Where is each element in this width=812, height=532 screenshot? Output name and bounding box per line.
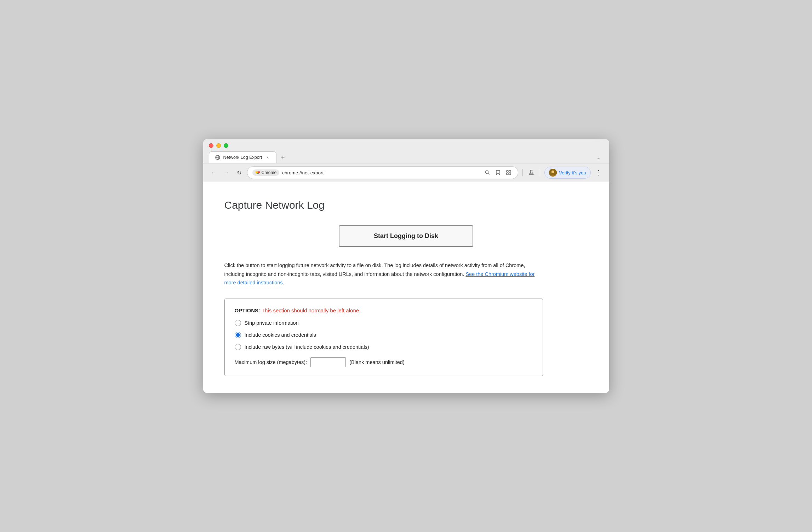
chrome-badge: Chrome: [252, 169, 280, 176]
options-label: OPTIONS:: [235, 307, 261, 313]
extension-icon[interactable]: [504, 168, 513, 177]
svg-point-12: [530, 173, 531, 174]
radio-cookies-input[interactable]: [235, 332, 241, 338]
tabs-row: Network Log Export × + ⌄: [209, 151, 604, 163]
page-content: Capture Network Log Start Logging to Dis…: [203, 182, 609, 393]
radio-strip-label: Strip private information: [245, 320, 299, 326]
tab-expand-button[interactable]: ⌄: [594, 152, 604, 162]
svg-rect-10: [509, 173, 511, 175]
radio-cookies[interactable]: Include cookies and credentials: [235, 332, 533, 338]
options-box: OPTIONS: This section should normally be…: [224, 299, 543, 376]
address-bar-row: ← → ↻ Chrome chrome://net-export: [203, 163, 609, 182]
tab-favicon: [215, 155, 221, 160]
close-button[interactable]: [209, 143, 213, 148]
address-divider: [522, 169, 523, 176]
svg-point-13: [531, 173, 532, 174]
radio-group: Strip private information Include cookie…: [235, 320, 533, 350]
browser-window: Network Log Export × + ⌄ ← → ↻ Chrome c: [203, 139, 609, 393]
svg-rect-8: [509, 170, 511, 172]
page-title: Capture Network Log: [224, 199, 588, 211]
active-tab[interactable]: Network Log Export ×: [209, 151, 277, 163]
new-tab-button[interactable]: +: [278, 152, 288, 162]
minimize-button[interactable]: [216, 143, 221, 148]
user-avatar: [549, 169, 557, 177]
radio-rawbytes-label: Include raw bytes (will include cookies …: [245, 344, 369, 350]
max-log-hint: (Blank means unlimited): [349, 359, 405, 365]
verify-button[interactable]: Verify it's you: [544, 167, 590, 179]
tab-close-button[interactable]: ×: [265, 155, 270, 160]
lab-icon[interactable]: [527, 168, 536, 177]
menu-button[interactable]: ⋮: [594, 168, 604, 178]
description-end: .: [283, 280, 284, 285]
radio-strip-input[interactable]: [235, 320, 241, 326]
title-bar: Network Log Export × + ⌄: [203, 139, 609, 163]
svg-rect-7: [507, 170, 508, 172]
radio-rawbytes[interactable]: Include raw bytes (will include cookies …: [235, 344, 533, 350]
tab-title: Network Log Export: [223, 155, 262, 160]
address-field[interactable]: Chrome chrome://net-export: [247, 166, 519, 179]
radio-cookies-label: Include cookies and credentials: [245, 332, 316, 338]
options-warning: This section should normally be left alo…: [262, 307, 360, 313]
start-logging-button[interactable]: Start Logging to Disk: [339, 225, 473, 247]
maximize-button[interactable]: [224, 143, 228, 148]
radio-rawbytes-input[interactable]: [235, 344, 241, 350]
toolbar-divider: [540, 169, 540, 176]
back-button[interactable]: ←: [209, 168, 219, 178]
max-log-row: Maximum log size (megabytes): (Blank mea…: [235, 357, 533, 367]
svg-rect-9: [507, 173, 508, 175]
max-log-input[interactable]: [310, 357, 346, 367]
chrome-label: Chrome: [262, 170, 277, 175]
bookmark-icon[interactable]: [494, 168, 502, 177]
forward-button[interactable]: →: [222, 168, 231, 178]
radio-strip[interactable]: Strip private information: [235, 320, 533, 326]
max-log-label: Maximum log size (megabytes):: [235, 359, 307, 365]
traffic-lights: [209, 143, 604, 148]
reload-button[interactable]: ↻: [234, 168, 244, 178]
svg-point-15: [551, 170, 554, 173]
svg-line-6: [488, 173, 489, 174]
verify-label: Verify it's you: [559, 170, 586, 175]
address-url: chrome://net-export: [282, 170, 480, 175]
search-icon[interactable]: [483, 168, 492, 177]
description-text: Click the button to start logging future…: [224, 261, 543, 287]
options-header: OPTIONS: This section should normally be…: [235, 307, 533, 313]
address-icons: [483, 168, 513, 177]
